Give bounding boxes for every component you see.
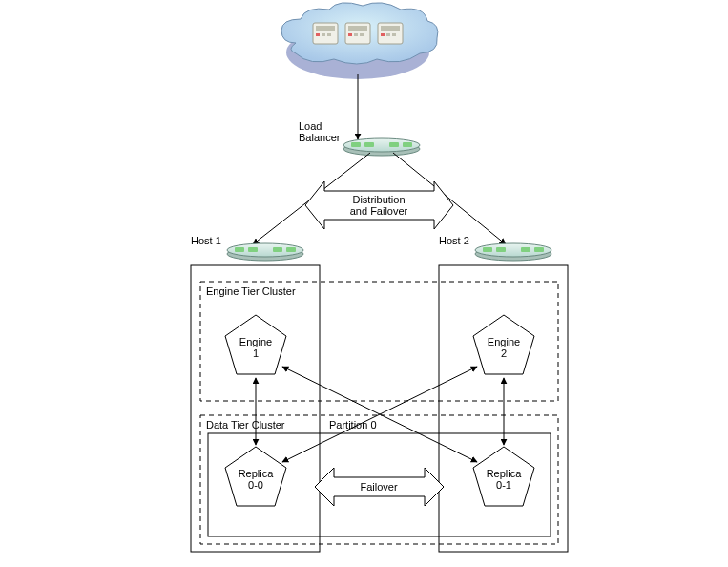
svg-rect-19 (364, 142, 374, 147)
svg-text:Distribution: Distribution (352, 194, 405, 205)
svg-rect-12 (381, 26, 400, 32)
host1-node (227, 243, 303, 261)
phone-icon (378, 23, 403, 44)
svg-rect-4 (322, 33, 325, 36)
engine1-node: Engine 1 (225, 315, 286, 374)
svg-rect-33 (496, 247, 506, 252)
svg-text:2: 2 (501, 347, 507, 359)
data-tier-label: Data Tier Cluster (206, 419, 285, 430)
dist-failover-text1: Distribution (352, 194, 405, 205)
svg-rect-7 (348, 26, 367, 32)
svg-rect-2 (316, 26, 335, 32)
svg-rect-21 (403, 142, 412, 147)
svg-text:Replica: Replica (487, 468, 523, 479)
svg-rect-10 (360, 33, 364, 36)
load-balancer-label: Load (299, 120, 322, 132)
architecture-diagram: Load Balancer Distribution and Failover … (0, 0, 728, 567)
phone-icon (345, 23, 370, 44)
svg-rect-18 (351, 142, 361, 147)
load-balancer-label2: Balancer (299, 132, 341, 143)
svg-rect-8 (348, 33, 352, 36)
failover-arrow: Failover (315, 468, 444, 506)
svg-rect-14 (386, 33, 390, 36)
svg-rect-15 (392, 33, 396, 36)
svg-text:Replica: Replica (239, 468, 275, 479)
replica01-node: Replica 0-1 (473, 447, 534, 506)
engine2-node: Engine 2 (473, 315, 534, 374)
svg-rect-29 (286, 247, 296, 252)
svg-text:Engine: Engine (239, 336, 272, 347)
svg-rect-26 (235, 247, 244, 252)
svg-text:0-0: 0-0 (248, 479, 263, 491)
distribution-failover-arrow: Distribution and Failover (305, 181, 453, 229)
svg-rect-34 (521, 247, 530, 252)
svg-rect-32 (483, 247, 492, 252)
svg-text:Engine: Engine (488, 336, 520, 347)
svg-rect-5 (327, 33, 331, 36)
svg-rect-35 (534, 247, 544, 252)
svg-rect-28 (273, 247, 282, 252)
svg-rect-9 (354, 33, 358, 36)
dist-failover-text2: and Failover (350, 205, 408, 217)
svg-rect-20 (389, 142, 399, 147)
client-cloud (281, 3, 438, 79)
svg-text:and Failover: and Failover (350, 205, 408, 217)
partition-label: Partition 0 (329, 419, 377, 430)
phone-icon (313, 23, 338, 44)
svg-rect-13 (381, 33, 385, 36)
engine-tier-label: Engine Tier Cluster (206, 285, 296, 297)
svg-text:Failover: Failover (360, 481, 397, 493)
svg-text:0-1: 0-1 (496, 479, 511, 491)
svg-rect-3 (316, 33, 320, 36)
svg-text:1: 1 (253, 347, 259, 359)
failover-text: Failover (360, 481, 397, 493)
host2-label: Host 2 (439, 235, 469, 246)
load-balancer-node (343, 138, 420, 156)
host2-node (475, 243, 551, 261)
svg-rect-27 (248, 247, 258, 252)
replica00-node: Replica 0-0 (225, 447, 286, 506)
host1-label: Host 1 (191, 235, 221, 246)
